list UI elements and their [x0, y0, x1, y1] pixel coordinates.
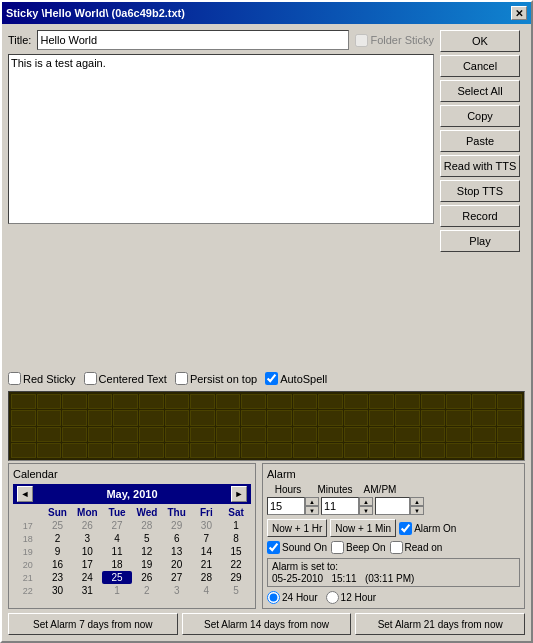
calendar-day[interactable]: 30: [43, 584, 73, 597]
calendar-day[interactable]: 10: [72, 545, 102, 558]
calendar-day[interactable]: 9: [43, 545, 73, 558]
calendar-day[interactable]: 20: [162, 558, 192, 571]
auto-spell-checkbox[interactable]: [265, 372, 278, 385]
calendar-day[interactable]: 17: [72, 558, 102, 571]
red-sticky-checkbox[interactable]: [8, 372, 21, 385]
play-button[interactable]: Play: [440, 230, 520, 252]
beep-on-label: Beep On: [346, 542, 385, 553]
calendar-day[interactable]: 31: [72, 584, 102, 597]
close-button[interactable]: ✕: [511, 6, 527, 20]
grid-cell: [88, 394, 113, 409]
grid-cell: [11, 443, 36, 458]
calendar-day[interactable]: 4: [102, 532, 132, 545]
24hr-radio[interactable]: [267, 591, 280, 604]
grid-cell: [421, 427, 446, 442]
alarm-on-checkbox[interactable]: [399, 522, 412, 535]
minutes-input[interactable]: [321, 497, 359, 515]
checkboxes-row: Red Sticky Centered Text Persist on top …: [8, 372, 434, 385]
grid-cell: [293, 443, 318, 458]
main-textarea[interactable]: This is a test again.: [8, 54, 434, 224]
calendar-day[interactable]: 5: [221, 584, 251, 597]
calendar-day[interactable]: 11: [102, 545, 132, 558]
calendar-day[interactable]: 7: [192, 532, 222, 545]
calendar-day[interactable]: 22: [221, 558, 251, 571]
mon-header: Mon: [72, 506, 102, 519]
calendar-day[interactable]: 18: [102, 558, 132, 571]
calendar-day[interactable]: 28: [132, 519, 162, 532]
title-input[interactable]: [37, 30, 349, 50]
window-title: Sticky \Hello World\ (0a6c49b2.txt): [6, 7, 185, 19]
paste-button[interactable]: Paste: [440, 130, 520, 152]
grid-cell: [62, 443, 87, 458]
calendar-day[interactable]: 29: [221, 571, 251, 584]
read-on-checkbox[interactable]: [390, 541, 403, 554]
copy-button[interactable]: Copy: [440, 105, 520, 127]
hours-up-btn[interactable]: ▲: [305, 497, 319, 506]
set-14days-button[interactable]: Set Alarm 14 days from now: [182, 613, 352, 635]
calendar-prev-button[interactable]: ◄: [17, 486, 33, 502]
calendar-day[interactable]: 2: [43, 532, 73, 545]
folder-sticky-checkbox[interactable]: [355, 34, 368, 47]
calendar-day[interactable]: 19: [132, 558, 162, 571]
calendar-day[interactable]: 8: [221, 532, 251, 545]
centered-text-checkbox[interactable]: [84, 372, 97, 385]
grid-cell: [139, 410, 164, 425]
calendar-day[interactable]: 4: [192, 584, 222, 597]
calendar-section: Calendar ◄ May, 2010 ► Sun Mon Tue Wed T…: [8, 463, 256, 609]
calendar-day[interactable]: 14: [192, 545, 222, 558]
ampm-up-btn[interactable]: ▲: [410, 497, 424, 506]
calendar-day[interactable]: 3: [72, 532, 102, 545]
calendar-day[interactable]: 6: [162, 532, 192, 545]
calendar-day[interactable]: 27: [162, 571, 192, 584]
persist-on-top-checkbox[interactable]: [175, 372, 188, 385]
calendar-day[interactable]: 15: [221, 545, 251, 558]
ampm-down-btn[interactable]: ▼: [410, 506, 424, 515]
ampm-input[interactable]: [375, 497, 410, 515]
calendar-day[interactable]: 25: [102, 571, 132, 584]
calendar-next-button[interactable]: ►: [231, 486, 247, 502]
calendar-day[interactable]: 26: [72, 519, 102, 532]
set-7days-button[interactable]: Set Alarm 7 days from now: [8, 613, 178, 635]
set-21days-button[interactable]: Set Alarm 21 days from now: [355, 613, 525, 635]
12hr-radio[interactable]: [326, 591, 339, 604]
calendar-day[interactable]: 3: [162, 584, 192, 597]
calendar-day[interactable]: 16: [43, 558, 73, 571]
tue-header: Tue: [102, 506, 132, 519]
hours-input[interactable]: [267, 497, 305, 515]
read-with-tts-button[interactable]: Read with TTS: [440, 155, 520, 177]
now-plus-1hr-button[interactable]: Now + 1 Hr: [267, 519, 327, 537]
grid-cell: [241, 427, 266, 442]
calendar-day[interactable]: 25: [43, 519, 73, 532]
calendar-day[interactable]: 1: [102, 584, 132, 597]
calendar-day[interactable]: 13: [162, 545, 192, 558]
beep-on-checkbox[interactable]: [331, 541, 344, 554]
stop-tts-button[interactable]: Stop TTS: [440, 180, 520, 202]
calendar-day[interactable]: 24: [72, 571, 102, 584]
calendar-day[interactable]: 27: [102, 519, 132, 532]
folder-sticky-label: Folder Sticky: [370, 34, 434, 46]
alarm-on-item: Alarm On: [399, 522, 456, 535]
grid-cell: [369, 394, 394, 409]
calendar-day[interactable]: 21: [192, 558, 222, 571]
calendar-day[interactable]: 29: [162, 519, 192, 532]
calendar-day[interactable]: 30: [192, 519, 222, 532]
minutes-down-btn[interactable]: ▼: [359, 506, 373, 515]
sound-on-checkbox[interactable]: [267, 541, 280, 554]
calendar-day[interactable]: 28: [192, 571, 222, 584]
cancel-button[interactable]: Cancel: [440, 55, 520, 77]
hours-down-btn[interactable]: ▼: [305, 506, 319, 515]
minutes-up-btn[interactable]: ▲: [359, 497, 373, 506]
calendar-day[interactable]: 26: [132, 571, 162, 584]
ok-button[interactable]: OK: [440, 30, 520, 52]
calendar-day[interactable]: 1: [221, 519, 251, 532]
calendar-day[interactable]: 23: [43, 571, 73, 584]
calendar-day[interactable]: 5: [132, 532, 162, 545]
record-button[interactable]: Record: [440, 205, 520, 227]
select-all-button[interactable]: Select All: [440, 80, 520, 102]
now-plus-1min-button[interactable]: Now + 1 Min: [330, 519, 396, 537]
grid-cell: [190, 410, 215, 425]
grid-cell: [216, 394, 241, 409]
calendar-day[interactable]: 2: [132, 584, 162, 597]
24hr-label: 24 Hour: [282, 592, 318, 603]
calendar-day[interactable]: 12: [132, 545, 162, 558]
